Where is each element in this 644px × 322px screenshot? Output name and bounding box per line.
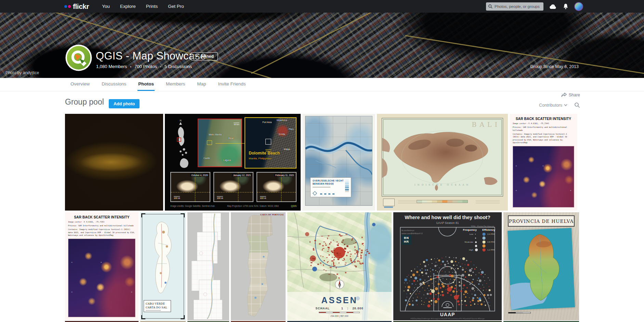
- frequency-legend: Frequency Low Moderate High: [463, 228, 478, 252]
- members-count[interactable]: 1,080 Members: [96, 64, 127, 69]
- photo-row-1: N Metro Manila Rizal Cavite Laguna 10 km: [65, 114, 577, 211]
- upload-cloud-icon[interactable]: [549, 3, 557, 9]
- group-stats: 1,080 Members • 700 Photos • 5 Discussio…: [96, 64, 192, 69]
- scale-bar: [508, 312, 531, 313]
- joined-label: Joined: [200, 54, 214, 59]
- share-label: Share: [569, 93, 580, 97]
- user-avatar[interactable]: [574, 2, 583, 11]
- pool-search-icon[interactable]: [574, 102, 580, 108]
- compass-north-label: N: [338, 277, 340, 279]
- photo-thumb-dark-relief-map[interactable]: [65, 114, 163, 211]
- contributors-label: Contributors: [539, 103, 562, 108]
- portugal-mosaic-artwork: [231, 212, 286, 320]
- flickr-group-page: flickr You Explore Prints Get Pro: [0, 0, 644, 322]
- photos-count[interactable]: 700 Photos: [134, 64, 157, 69]
- pool-filter-row: Contributors: [539, 102, 580, 108]
- map-label: Rizal: [228, 137, 233, 139]
- map-title-line1: OVERIJSSELSCHE VECHT: [313, 179, 349, 183]
- flickr-logo[interactable]: flickr: [64, 2, 89, 11]
- add-photo-button[interactable]: Add photo: [109, 99, 140, 108]
- top-navbar: flickr You Explore Prints Get Pro: [0, 0, 644, 13]
- map-title-line2: CARTA DO SAL: [146, 306, 169, 309]
- photo-thumb-cabo-verde-sal[interactable]: CABO VERDE CARTA DO SAL: [140, 212, 186, 320]
- scale-text: SCHAAL 1 : 20.000: [287, 307, 392, 310]
- legend-subtitle-bar: [313, 187, 330, 188]
- panel-date: February 11, 2021: [274, 173, 295, 177]
- group-avatar-qgis-logo[interactable]: [65, 44, 92, 71]
- map-title-box: PROVINCIA DE HUELVA: [508, 215, 575, 227]
- photo-thumb-carta-de-portugal[interactable]: CARTA DE PORTUGAL: [231, 212, 286, 320]
- notifications-bell-icon[interactable]: [563, 3, 568, 10]
- photo-thumb-assen-city-map[interactable]: N ASSEN SCHAAL 1 : 20.000 234.000 | 557.…: [287, 212, 392, 320]
- manila-detail-satmap: Port Area Intramuros Paco Ermita Malate …: [245, 117, 297, 169]
- nav-item-you[interactable]: You: [102, 4, 110, 9]
- scale-bar-label: 10 km: [234, 123, 239, 125]
- photo-thumb-sar-backscatter[interactable]: SAR BACK SCATTER INTENSITY Image center …: [510, 114, 577, 211]
- inset-locator-map: [383, 199, 395, 206]
- map-title: BALI: [472, 121, 500, 128]
- legend-text-block: [398, 199, 422, 203]
- poster-metadata: Image center -5 4.6301, -75.7343 Process…: [68, 220, 135, 238]
- nav-item-prints[interactable]: Prints: [146, 4, 158, 9]
- subtitle-bar: [146, 310, 161, 311]
- photo-thumb-dolomite-beach[interactable]: N Metro Manila Rizal Cavite Laguna 10 km: [165, 114, 301, 211]
- chevron-down-icon: [564, 104, 567, 106]
- photo-thumb-uaap-shot-chart[interactable]: Where and how well did they shoot? UAAP …: [393, 212, 502, 320]
- poster-title: SAR BACK SCATTER INTENSITY: [513, 116, 574, 121]
- share-icon: [561, 92, 567, 97]
- timeseries-panel: October 4, 2020 100 m: [170, 172, 210, 202]
- flickr-logo-text: flickr: [73, 2, 89, 11]
- discussions-count[interactable]: 5 Discussions: [165, 64, 192, 69]
- map-title-line2: BENEDEN REGGE: [313, 183, 349, 186]
- philippines-silhouette: [170, 125, 195, 170]
- sar-map-canvas: ++ ++: [68, 239, 135, 317]
- global-search-box[interactable]: [486, 2, 543, 11]
- nav-item-getpro[interactable]: Get Pro: [168, 4, 184, 9]
- nav-right-cluster: [486, 0, 583, 13]
- compass-icon: [334, 279, 345, 291]
- cover-photo-credit[interactable]: Photo by andyjtice: [5, 70, 39, 75]
- tab-photos[interactable]: Photos: [137, 78, 155, 91]
- hashtags: #30DayMapChallenge #Hexagons #UAAP #Cour…: [393, 318, 502, 320]
- scale-bar-label: 100 m: [260, 196, 266, 199]
- map-title: ASSEN: [287, 295, 392, 305]
- legend-scalebar: [320, 193, 337, 194]
- share-button[interactable]: Share: [561, 92, 580, 97]
- legend-text-block: [476, 199, 500, 203]
- search-input[interactable]: [495, 4, 541, 9]
- timeseries-panel: February 11, 2021 100 m: [257, 172, 297, 202]
- tab-map[interactable]: Map: [196, 78, 207, 91]
- panel-date: January 12, 2021: [232, 173, 252, 177]
- tab-overview[interactable]: Overview: [70, 78, 90, 91]
- tab-discussions[interactable]: Discussions: [101, 78, 127, 91]
- chart-footer: UAAP: [393, 312, 502, 317]
- tab-members[interactable]: Members: [165, 78, 186, 91]
- map-label: Malate: [284, 148, 290, 150]
- map-label: Cavite: [203, 157, 210, 159]
- place-title: Dolomite Beach: [249, 151, 280, 156]
- map-title: CARTA DE PORTUGAL: [260, 214, 284, 216]
- zoom-extent-box: [265, 139, 271, 145]
- tab-invite-friends[interactable]: Invite Friends: [218, 78, 247, 91]
- sea-label: INDISCHE OCEAAN: [377, 184, 508, 186]
- chart-legend: Frequency Low Moderate High Efficiency 0…: [463, 228, 497, 252]
- poster-title: SAR BACK SCATTER INTENSITY: [68, 215, 135, 219]
- map-label: Intramuros: [277, 119, 287, 121]
- flickr-logo-dot-blue: [64, 5, 67, 8]
- philippines-locator-map: N: [170, 119, 195, 171]
- zoom-extent-box: [207, 140, 212, 145]
- photo-thumb-sar-backscatter-2[interactable]: SAR BACK SCATTER INTENSITY Image center …: [65, 212, 139, 320]
- map-title-line1: CABO VERDE: [146, 302, 169, 306]
- scale-bar: [319, 312, 360, 313]
- map-credits: Image credits: Google Satellite, Sentine…: [170, 205, 297, 207]
- contributors-dropdown[interactable]: Contributors: [539, 103, 567, 108]
- map-title-box: CABO VERDE CARTA DO SAL: [144, 300, 171, 312]
- nav-item-explore[interactable]: Explore: [120, 4, 136, 9]
- legend-logo: [313, 191, 317, 196]
- photo-thumb-vecht-flood-map[interactable]: OVERIJSSELSCHE VECHT BENEDEN REGGE: [302, 114, 375, 211]
- photo-thumb-bali-relief-map[interactable]: BALI INDISCHE OCEAAN: [377, 114, 508, 211]
- photo-thumb-coastal-chart-sheets[interactable]: [187, 212, 229, 320]
- page-title: Group pool: [65, 97, 104, 107]
- joined-button[interactable]: ✓ Joined: [191, 52, 218, 61]
- photo-thumb-provincia-de-huelva[interactable]: PROVINCIA DE HUELVA: [503, 212, 579, 320]
